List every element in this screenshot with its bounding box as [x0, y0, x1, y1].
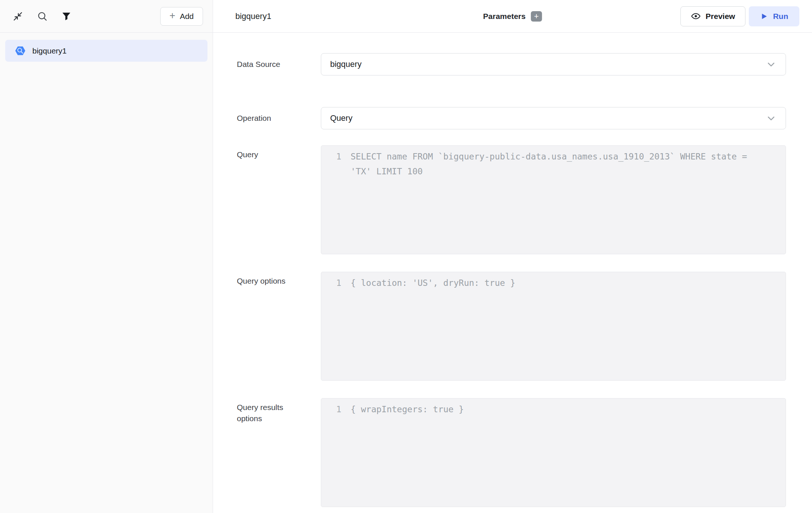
code-line: 1 { wrapIntegers: true }: [321, 402, 786, 417]
run-button[interactable]: Run: [749, 6, 799, 26]
operation-value: Query: [330, 113, 352, 123]
query-placeholder-text: SELECT name FROM `bigquery-public-data.u…: [351, 149, 786, 179]
chevron-down-icon: [766, 59, 777, 70]
query-results-options-label: Query results options: [237, 398, 300, 424]
code-line: 1 { location: 'US', dryRun: true }: [321, 275, 786, 290]
line-number: 1: [321, 402, 341, 417]
app: + Add bigquery1 bigquery1 Param: [0, 0, 812, 513]
add-query-button[interactable]: + Add: [160, 7, 203, 26]
add-parameter-button[interactable]: +: [531, 11, 542, 22]
operation-select[interactable]: Query: [321, 107, 786, 129]
filter-button[interactable]: [60, 10, 72, 22]
preview-button[interactable]: Preview: [680, 6, 745, 26]
query-options-code-editor[interactable]: 1 { location: 'US', dryRun: true }: [321, 272, 786, 381]
query-form: Data Source bigquery Operation: [213, 33, 812, 513]
parameters-section: Parameters +: [483, 11, 542, 22]
query-label: Query: [237, 145, 300, 160]
query-results-options-code-editor[interactable]: 1 { wrapIntegers: true }: [321, 398, 786, 507]
chevron-down-icon: [766, 113, 777, 124]
query-editor-panel: bigquery1 Parameters + Preview: [213, 0, 812, 513]
search-icon: [37, 11, 48, 22]
play-icon: [760, 12, 768, 20]
query-results-options-row: Query results options 1 { wrapIntegers: …: [237, 398, 786, 507]
eye-icon: [691, 11, 701, 21]
data-source-value: bigquery: [330, 59, 361, 69]
query-options-row: Query options 1 { location: 'US', dryRun…: [237, 272, 786, 381]
collapse-icon: [12, 11, 23, 22]
line-number: 1: [321, 149, 341, 164]
filter-icon: [61, 11, 71, 21]
query-code-editor[interactable]: 1 SELECT name FROM `bigquery-public-data…: [321, 145, 786, 254]
search-button[interactable]: [36, 10, 48, 22]
query-sidebar: + Add bigquery1: [0, 0, 213, 513]
query-item-label: bigquery1: [32, 46, 67, 55]
operation-row: Operation Query: [237, 107, 786, 129]
query-list: bigquery1: [0, 33, 213, 69]
header-actions: Preview Run: [680, 6, 799, 26]
query-editor-header: bigquery1 Parameters + Preview: [213, 0, 812, 33]
sidebar-header: + Add: [0, 0, 213, 33]
query-options-label: Query options: [237, 272, 300, 287]
query-options-placeholder-text: { location: 'US', dryRun: true }: [351, 275, 786, 290]
code-line: 1 SELECT name FROM `bigquery-public-data…: [321, 149, 786, 179]
plus-icon: +: [170, 11, 175, 21]
run-label: Run: [773, 12, 788, 21]
query-title: bigquery1: [235, 12, 271, 21]
data-source-select[interactable]: bigquery: [321, 53, 786, 75]
query-row: Query 1 SELECT name FROM `bigquery-publi…: [237, 145, 786, 254]
preview-label: Preview: [706, 12, 735, 21]
collapse-panel-button[interactable]: [12, 10, 24, 22]
data-source-row: Data Source bigquery: [237, 53, 786, 75]
parameters-label: Parameters: [483, 12, 525, 21]
bigquery-icon: [14, 45, 26, 57]
data-source-label: Data Source: [237, 59, 300, 70]
operation-label: Operation: [237, 113, 300, 124]
add-query-label: Add: [180, 12, 194, 21]
plus-icon: +: [534, 12, 539, 20]
query-list-item-bigquery1[interactable]: bigquery1: [5, 40, 207, 62]
line-number: 1: [321, 275, 341, 290]
query-results-options-placeholder-text: { wrapIntegers: true }: [351, 402, 786, 417]
